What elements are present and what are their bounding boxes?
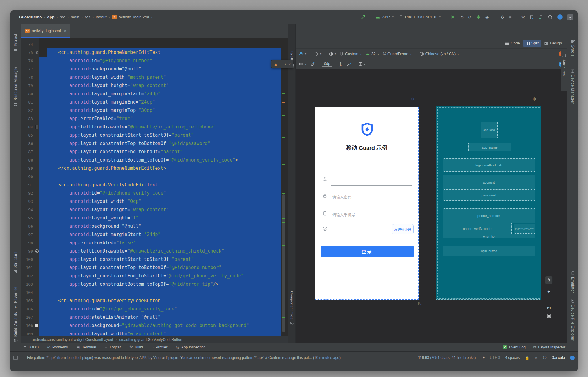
blueprint-box-error_tip[interactable]: error_tip xyxy=(443,234,535,238)
blueprint-box-phone_number[interactable]: phone_number xyxy=(443,208,535,223)
code-line[interactable]: 103 app:layout_constraintBottom_toTopOf=… xyxy=(21,280,288,288)
device-for-preview-dropdown[interactable]: Custom ⌄ xyxy=(340,51,362,56)
zoom-to-fit-button[interactable] xyxy=(545,314,553,318)
run-button[interactable] xyxy=(451,15,455,19)
fold-icon[interactable]: ⊝ xyxy=(34,50,39,55)
theme-name[interactable]: Darcula xyxy=(552,356,565,360)
pan-tool-button[interactable] xyxy=(545,276,553,284)
code-line[interactable]: 100 app:layout_constraintStart_toStartOf… xyxy=(21,255,288,264)
code-line[interactable]: 88 app:layout_constraintBottom_toTopOf="… xyxy=(21,156,288,164)
run-config-dropdown[interactable]: APP ▼ xyxy=(375,15,394,19)
code-line[interactable]: 98 app:errorEnabled="false" xyxy=(21,239,288,247)
apply-changes-icon[interactable]: ⟲ xyxy=(460,15,464,19)
code-line[interactable]: 105 <cn.authing.guard.GetVerifyCodeButto… xyxy=(21,297,288,305)
indent-setting[interactable]: 4 spaces xyxy=(505,356,520,360)
breadcrumb-item[interactable]: layout xyxy=(96,15,107,19)
blueprint-box-app_name[interactable]: app_name xyxy=(468,143,511,151)
attach-to-process-icon[interactable]: ⚙ xyxy=(500,15,504,19)
breadcrumb-item[interactable]: res xyxy=(85,15,90,19)
blueprint-box-login_button[interactable]: login_button xyxy=(443,246,535,256)
view-options-dropdown[interactable]: ▾ xyxy=(299,62,306,66)
device-manager-icon[interactable] xyxy=(530,15,534,20)
code-line[interactable]: 86 app:layout_constraintTop_toBottomOf="… xyxy=(21,139,288,148)
code-line[interactable]: 99 app:leftIconDrawable="@drawable/ic_au… xyxy=(21,247,288,255)
verify-code-field[interactable] xyxy=(322,225,389,235)
breadcrumb-item[interactable]: app xyxy=(47,15,54,19)
update-available-icon[interactable]: ↑ xyxy=(557,14,563,20)
code-line[interactable]: 97 android:layout_marginStart="24dp" xyxy=(21,230,288,239)
search-icon[interactable] xyxy=(548,15,553,20)
code-line[interactable]: 93 android:layout_width="0dp" xyxy=(21,197,288,206)
code-line[interactable]: 79 android:layout_height="wrap_content" xyxy=(21,82,288,90)
code-line[interactable]: 77 android:background="@null" xyxy=(21,65,288,73)
tool-window-app-inspection[interactable]: ◎App Inspection xyxy=(176,345,205,349)
device-stream-icon[interactable] xyxy=(539,15,543,20)
breadcrumb[interactable]: GuardDemo›app›src›main›res›layout›<>acti… xyxy=(10,15,152,19)
sidebar-item-emulator[interactable]: Emulator xyxy=(567,271,578,293)
code-line[interactable]: 95 android:layout_weight="1" xyxy=(21,214,288,222)
canvas-resize-handle[interactable]: ⇱ xyxy=(418,301,422,306)
change-marker[interactable] xyxy=(282,193,285,194)
drawable-cellphone-gutter-icon[interactable] xyxy=(34,124,39,129)
sidebar-item-device-file-explorer[interactable]: Device File Explorer xyxy=(567,299,578,341)
zoom-reset-button[interactable]: 1:1 xyxy=(545,306,553,310)
sidebar-item-project[interactable]: Project xyxy=(10,34,21,52)
change-marker[interactable] xyxy=(282,245,285,246)
sidebar-item-build-variants[interactable]: Build Variants xyxy=(10,312,21,342)
code-line[interactable]: 82 android:layout_marginTop="30dp" xyxy=(21,106,288,115)
code-line[interactable]: 83 app:errorEnabled="true" xyxy=(21,115,288,123)
code-line[interactable]: 85 app:layout_constraintStart_toStartOf=… xyxy=(21,131,288,139)
breadcrumb-getverifycodebutton[interactable]: cn.authing.guard.GetVerifyCodeButton xyxy=(119,337,182,342)
breadcrumb-item[interactable]: GuardDemo xyxy=(19,15,42,19)
tool-window-logcat[interactable]: ≣Logcat xyxy=(104,345,121,349)
code-line[interactable]: 96 android:background="@null" xyxy=(21,222,288,230)
profiler-icon[interactable]: ◔ xyxy=(493,15,496,19)
editor-scrollbar[interactable] xyxy=(282,194,285,332)
caret-position[interactable]: 119:63 (2051 chars, 44 line breaks) xyxy=(418,356,476,360)
change-marker[interactable] xyxy=(282,93,285,94)
tool-window-profiler[interactable]: ◔Profiler xyxy=(152,345,168,349)
sad-face-icon[interactable]: ☹ xyxy=(543,356,547,360)
code-line[interactable]: 101 app:layout_constraintTop_toBottomOf=… xyxy=(21,264,288,272)
tool-window-problems[interactable]: ⊘Problems xyxy=(47,345,68,349)
tab-activity-login-xml[interactable]: <> activity_login.xml × xyxy=(21,24,70,38)
lock-icon[interactable]: 🔓 xyxy=(525,356,529,360)
stop-icon[interactable]: ■ xyxy=(509,15,511,19)
api-version-dropdown[interactable]: 32 ⌄ xyxy=(366,52,379,56)
window-icon[interactable] xyxy=(13,356,18,360)
drawable-shield-gutter-icon[interactable] xyxy=(34,249,39,253)
code-line[interactable]: 78 android:layout_width="match_parent" xyxy=(21,73,288,82)
code-line[interactable]: 87 app:layout_constraintEnd_toEndOf="par… xyxy=(21,148,288,156)
send-code-button[interactable]: 发送验证码 xyxy=(392,224,414,234)
file-encoding[interactable]: UTF-8 xyxy=(490,356,500,360)
breadcrumb-constraintlayout[interactable]: androidx.constraintlayout.widget.Constra… xyxy=(32,337,113,342)
code-line[interactable]: 107 android:stateListAnimator="@null" xyxy=(21,313,288,322)
error-stripe[interactable] xyxy=(281,24,287,336)
blueprint-box-account[interactable]: account xyxy=(443,175,535,190)
night-mode-dropdown[interactable]: ▾ xyxy=(329,52,336,56)
blueprint-box-password[interactable]: password xyxy=(443,190,535,201)
next-warning-button[interactable]: ∨ xyxy=(288,63,291,66)
blueprint-box-get_phone_verify_code[interactable]: get_phone_verify_code xyxy=(514,224,535,234)
orientation-dropdown[interactable]: ▾ xyxy=(314,51,321,56)
inspection-widget[interactable]: ▲ 1 ∧ ∨ xyxy=(271,60,293,68)
mode-split-button[interactable]: Split xyxy=(523,40,541,47)
password-field[interactable]: 请输入密码 xyxy=(322,192,412,202)
theme-dropdown[interactable]: © GuardDemo ⌄ xyxy=(383,51,412,56)
attributes-tab[interactable]: Attributes xyxy=(561,51,567,91)
blueprint-box-app_logo[interactable]: app_logo xyxy=(481,122,498,138)
xml-breadcrumb-bar[interactable]: androidx.constraintlayout.widget.Constra… xyxy=(21,336,288,343)
design-canvas[interactable]: ψ ψ 移动 Guard 示例 请输入密码 xyxy=(296,69,567,343)
component-tree-tab[interactable]: Component Tree xyxy=(288,291,296,325)
code-line[interactable]: 109 android:layout_width="wrap_content" xyxy=(21,330,288,336)
line-ending[interactable]: LF xyxy=(481,356,485,360)
infer-constraints-button[interactable] xyxy=(346,62,351,67)
code-line[interactable]: 80 android:layout_marginStart="24dp" xyxy=(21,90,288,98)
change-marker[interactable] xyxy=(282,115,285,116)
login-button[interactable]: 登录 xyxy=(321,246,414,257)
sidebar-item-gradle[interactable]: Gradle xyxy=(567,39,578,57)
build-hammer-icon[interactable] xyxy=(361,14,366,20)
breadcrumb-item[interactable]: activity_login.xml xyxy=(119,15,149,19)
change-marker[interactable] xyxy=(282,102,285,103)
sidebar-item-device-manager[interactable]: Device Manager xyxy=(567,69,578,104)
